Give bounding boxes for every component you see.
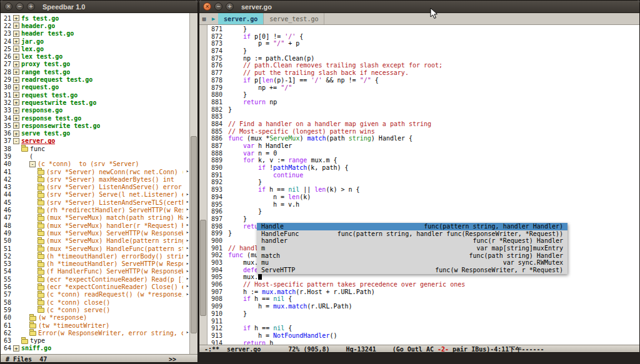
- code-line[interactable]: 892}: [208, 179, 639, 186]
- code-line[interactable]: 876// path.Clean removes trailing slash …: [208, 62, 639, 69]
- speedbar-file-item[interactable]: 28+range_test.go: [1, 68, 189, 76]
- close-button[interactable]: ✕: [4, 2, 12, 11]
- completion-item[interactable]: HandleFuncfunc(pattern string, handler f…: [257, 230, 568, 238]
- tag-label[interactable]: (f HandlerFunc) ServeHTTP(w ResponseW: [46, 268, 183, 275]
- tag-label[interactable]: (mux *ServeMux) Handle(pattern string: [46, 237, 183, 244]
- code-line[interactable]: 877// put the trailing slash back if nec…: [208, 69, 639, 77]
- file-name[interactable]: response_test.go: [21, 115, 81, 122]
- speedbar-tag-item[interactable]: 52(h *timeoutHandler) errorBody() strin➤: [1, 252, 189, 260]
- editor-scrollbar[interactable]: [199, 25, 208, 345]
- expand-plus-icon[interactable]: +: [13, 22, 19, 29]
- speedbar-file-item[interactable]: 24+jar.go: [1, 37, 189, 45]
- minimize-button[interactable]: −: [16, 2, 24, 11]
- expand-plus-icon[interactable]: +: [13, 38, 19, 44]
- code-line[interactable]: 893if h == nil || len(k) > n {: [208, 186, 639, 194]
- code-line[interactable]: 912if h == nil {: [208, 325, 639, 332]
- completion-item[interactable]: mvar map[string]muxEntry: [257, 245, 568, 252]
- expand-plus-icon[interactable]: +: [13, 61, 19, 67]
- file-name[interactable]: server.go: [21, 137, 55, 144]
- speedbar-scrollbar[interactable]: [189, 13, 198, 354]
- expand-plus-icon[interactable]: +: [13, 31, 19, 37]
- code-line[interactable]: 871}: [208, 26, 639, 33]
- speedbar-tag-item[interactable]: 61(tw *timeoutWriter): [1, 322, 189, 329]
- speedbar-tag-item[interactable]: 39(: [1, 152, 189, 160]
- speedbar-tag-item[interactable]: 41(srv *Server) newConn(rwc net.Conn) (➤: [1, 168, 189, 175]
- tag-label[interactable]: (c *conn) serve(): [46, 307, 110, 313]
- speedbar-file-item[interactable]: 21+fs_test.go: [1, 14, 189, 22]
- file-name[interactable]: lex.go: [21, 46, 44, 52]
- expand-plus-icon[interactable]: +: [13, 69, 19, 75]
- speedbar-file-item[interactable]: 35+responsewrite_test.go: [1, 122, 189, 129]
- speedbar-file-item[interactable]: 31+request_test.go: [1, 91, 189, 99]
- speedbar-tag-item[interactable]: 42(srv *Server) maxHeaderBytes() int: [1, 175, 189, 183]
- expand-plus-icon[interactable]: +: [13, 345, 19, 352]
- tag-label[interactable]: (mux *ServeMux) handler(r *Request) H: [46, 222, 183, 229]
- code-line[interactable]: 897}: [208, 215, 639, 223]
- speedbar-tag-item[interactable]: 60(w *response): [1, 314, 189, 322]
- speedbar-file-item[interactable]: 30+request.go: [1, 84, 189, 91]
- speedbar-file-item[interactable]: 23+header_test.go: [1, 30, 189, 37]
- speedbar-file-item[interactable]: 34+response_test.go: [1, 114, 189, 122]
- expand-plus-icon[interactable]: +: [13, 130, 19, 137]
- code-line[interactable]: 886func (mux *ServeMux) match(path strin…: [208, 135, 639, 142]
- completion-item[interactable]: muvar sync.RWMutex: [257, 259, 568, 267]
- maximize-button[interactable]: +: [226, 2, 234, 11]
- speedbar-file-item[interactable]: 27+proxy_test.go: [1, 61, 189, 68]
- completion-item[interactable]: matchfunc(path string) Handler: [257, 252, 568, 260]
- file-name[interactable]: fs_test.go: [21, 15, 59, 22]
- code-line[interactable]: 888var n = 0: [208, 150, 639, 157]
- speedbar-file-item[interactable]: 32+requestwrite_test.go: [1, 99, 189, 106]
- file-name[interactable]: header_test.go: [21, 30, 74, 37]
- expand-plus-icon[interactable]: +: [13, 15, 19, 21]
- editor-scrollbar-thumb[interactable]: [200, 220, 206, 316]
- tag-label[interactable]: (: [29, 153, 33, 160]
- code-line[interactable]: 890if !pathMatch(k, path) {: [208, 164, 639, 172]
- code-line[interactable]: 910}: [208, 310, 639, 318]
- tag-label[interactable]: (mux *ServeMux) ServeHTTP(w ResponseW: [46, 230, 183, 237]
- expand-plus-icon[interactable]: +: [13, 99, 19, 106]
- tag-label[interactable]: (ecr *expectContinueReader) Read(p []: [46, 276, 183, 283]
- tag-label[interactable]: (srv *Server) newConn(rwc net.Conn) (: [46, 169, 183, 175]
- speedbar-tag-item[interactable]: 51(mux *ServeMux) HandleFunc(pattern st➤: [1, 245, 189, 252]
- speedbar-file-item[interactable]: 64+sniff.go: [1, 345, 189, 352]
- speedbar-tag-item[interactable]: 48(mux *ServeMux) handler(r *Request) H➤: [1, 222, 189, 229]
- speedbar-tag-item[interactable]: 58(c *conn) close(): [1, 298, 189, 306]
- tag-label[interactable]: (srv *Server) ListenAndServe() error: [46, 184, 182, 190]
- file-name[interactable]: response.go: [21, 107, 62, 114]
- close-button[interactable]: ✕: [203, 2, 211, 11]
- code-line[interactable]: 883: [208, 113, 639, 121]
- code-line[interactable]: 891continue: [208, 172, 639, 179]
- tag-label[interactable]: (c *conn) to (srv *Server): [38, 160, 139, 167]
- tag-label[interactable]: type: [30, 337, 45, 344]
- file-name[interactable]: readrequest_test.go: [21, 76, 92, 83]
- code-line[interactable]: 884// Find a handler on a handler map gi…: [208, 121, 639, 128]
- tabbar-menu-icon[interactable]: ▤: [199, 13, 209, 24]
- tag-label[interactable]: (mux *ServeMux) HandleFunc(pattern st: [46, 245, 183, 252]
- code-line[interactable]: 907h := mux.match(r.Host + r.URL.Path): [208, 288, 639, 296]
- tabbar-scroll-right-icon[interactable]: ▶: [209, 13, 218, 24]
- file-name[interactable]: proxy_test.go: [21, 61, 70, 67]
- tag-label[interactable]: (srv *Server) maxHeaderBytes() int: [46, 176, 174, 183]
- code-line[interactable]: 887var h Handler: [208, 142, 639, 150]
- completion-item[interactable]: handlerfunc(r *Request) Handler: [257, 237, 568, 245]
- file-name[interactable]: requestwrite_test.go: [21, 99, 96, 106]
- speedbar-file-item[interactable]: 36+serve_test.go: [1, 129, 189, 137]
- tag-label[interactable]: (c *conn) close(): [46, 299, 110, 306]
- code-line[interactable]: 874}: [208, 47, 639, 55]
- maximize-button[interactable]: +: [27, 2, 35, 11]
- tag-label[interactable]: (h *timeoutHandler) ServeHTTP(w Respo: [46, 260, 183, 267]
- code-line[interactable]: 913h = NotFoundHandler(): [208, 332, 639, 340]
- file-name[interactable]: serve_test.go: [21, 130, 70, 137]
- code-line[interactable]: 878if p[len(p)-1] == '/' && np != "/" {: [208, 77, 639, 84]
- minimize-button[interactable]: −: [214, 2, 222, 11]
- expand-plus-icon[interactable]: +: [13, 46, 19, 52]
- code-line[interactable]: 894n = len(k): [208, 194, 639, 201]
- speedbar-tag-item[interactable]: 63type: [1, 337, 189, 344]
- speedbar-tag-item[interactable]: 49(mux *ServeMux) ServeHTTP(w ResponseW➤: [1, 229, 189, 237]
- tag-label[interactable]: (c *conn) readRequest() (w *response,: [46, 291, 183, 298]
- emacs-titlebar[interactable]: ✕−+ server.go: [199, 1, 639, 13]
- file-name[interactable]: responsewrite_test.go: [21, 122, 100, 129]
- speedbar-tag-item[interactable]: 38func: [1, 145, 189, 152]
- code-line[interactable]: 911: [208, 318, 639, 325]
- speedbar-file-item[interactable]: 33+response.go: [1, 107, 189, 114]
